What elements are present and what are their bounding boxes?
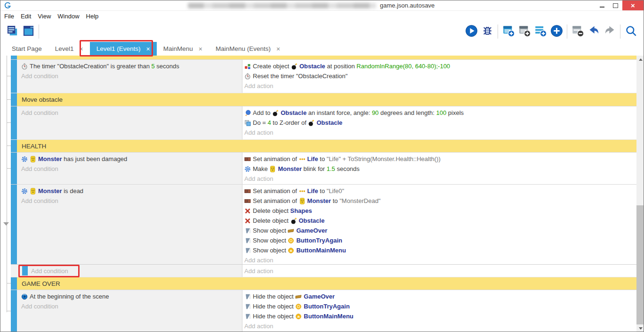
redo-button[interactable] xyxy=(602,24,618,40)
comment-row[interactable]: Move obstacle xyxy=(11,93,636,106)
action-item[interactable]: Hide the object ButtonTryAgain xyxy=(244,301,635,311)
tab-close-icon[interactable]: × xyxy=(146,45,150,53)
tab-mainmenu-events-[interactable]: MainMenu (Events)× xyxy=(209,42,287,56)
text-fragment: Show object xyxy=(253,247,288,254)
add-event-button[interactable] xyxy=(500,24,516,40)
menu-help[interactable]: Help xyxy=(86,12,103,21)
tab-label: Start Page xyxy=(12,45,42,52)
tab-level1[interactable]: Level1× xyxy=(48,42,90,56)
tab-close-icon[interactable]: × xyxy=(80,45,83,53)
behavior-icon xyxy=(21,156,28,162)
scroll-up-arrow[interactable] xyxy=(636,56,644,64)
close-button[interactable]: × xyxy=(622,0,644,10)
tab-bar: Start PageLevel1×Level1 (Events)×MainMen… xyxy=(0,42,644,56)
action-item[interactable]: Delete object Obstacle xyxy=(244,216,635,226)
scroll-down-arrow[interactable] xyxy=(636,324,644,332)
condition-item[interactable]: Monster is dead xyxy=(21,186,240,196)
add-action-placeholder[interactable]: Add action xyxy=(244,255,635,265)
tab-start-page[interactable]: Start Page xyxy=(5,42,48,56)
comment-row-partial[interactable] xyxy=(11,56,636,59)
tab-close-icon[interactable]: × xyxy=(199,45,202,53)
object-link: Obstacle xyxy=(281,109,306,116)
event-row[interactable]: The timer "ObstacleCreation" is greater … xyxy=(11,59,636,93)
action-item[interactable]: Set animation of Life to "Life0" xyxy=(244,186,635,196)
object-link: Life xyxy=(307,187,318,194)
project-manager-icon xyxy=(6,24,19,39)
scrollbar-thumb[interactable] xyxy=(636,205,644,324)
search-button[interactable] xyxy=(623,24,639,40)
object-link: Monster xyxy=(307,197,331,204)
add-condition-placeholder[interactable]: Add condition xyxy=(21,71,240,81)
toolbar-separator xyxy=(498,24,498,39)
comment-row[interactable]: HEALTH xyxy=(11,139,636,152)
undo-button[interactable] xyxy=(586,24,602,40)
text-fragment: an instant force, angle: xyxy=(306,109,372,116)
menu-view[interactable]: View xyxy=(38,12,55,21)
condition-item[interactable]: At the beginning of the scene xyxy=(21,292,240,301)
debug-button[interactable] xyxy=(479,24,495,40)
action-item[interactable]: Hide the object ButtonMainMenu xyxy=(244,311,635,321)
add-action-placeholder[interactable]: Add action xyxy=(244,174,635,184)
text-fragment: Add to xyxy=(253,109,272,116)
action-item[interactable]: Show object GameOver xyxy=(244,226,635,235)
obstacle-icon xyxy=(272,110,279,116)
add-condition-placeholder[interactable]: Add condition xyxy=(21,108,240,118)
menu-file[interactable]: File xyxy=(4,12,18,21)
action-item[interactable]: Hide the object GameOver xyxy=(244,292,635,301)
object-link: ButtonMainMenu xyxy=(304,313,353,320)
add-action-placeholder[interactable]: Add action xyxy=(244,266,635,276)
event-row[interactable]: Monster is deadAdd conditionSet animatio… xyxy=(11,184,636,264)
minimize-button[interactable] xyxy=(595,0,609,10)
event-row[interactable]: At the beginning of the sceneAdd conditi… xyxy=(11,290,636,332)
add-condition-placeholder[interactable]: Add condition xyxy=(21,164,240,174)
obstacle-icon xyxy=(291,63,298,70)
tab-level1-events-[interactable]: Level1 (Events)× xyxy=(90,42,157,56)
action-item[interactable]: Delete object Shapes xyxy=(244,206,635,216)
add-subevent-button[interactable] xyxy=(516,24,532,40)
action-item[interactable]: Make Monster blink for 1.5 seconds xyxy=(244,164,635,174)
add-action-placeholder[interactable]: Add action xyxy=(244,321,635,331)
condition-item[interactable]: The timer "ObstacleCreation" is greater … xyxy=(21,61,240,71)
str-fragment: "Life" + ToString(Monster.Health::Health… xyxy=(327,155,441,162)
add-action-placeholder[interactable]: Add action xyxy=(244,128,635,138)
maximize-button[interactable] xyxy=(609,0,622,10)
event-row[interactable]: Add conditionAdd to Obstacle an instant … xyxy=(11,106,636,139)
action-item[interactable]: Reset the timer "ObstacleCreation" xyxy=(244,71,635,81)
comment-row[interactable]: GAME OVER xyxy=(11,277,636,290)
event-handle-bar xyxy=(11,290,17,332)
action-item[interactable]: Add to Obstacle an instant force, angle:… xyxy=(244,108,635,118)
action-item[interactable]: Create object Obstacle at position Rando… xyxy=(244,61,635,71)
add-condition-placeholder[interactable]: Add condition xyxy=(31,266,68,276)
tab-mainmenu[interactable]: MainMenu× xyxy=(157,42,209,56)
conditions-cell: At the beginning of the sceneAdd conditi… xyxy=(17,290,242,332)
action-item[interactable]: Set animation of Monster to "MonsterDead… xyxy=(244,196,635,206)
timer-icon xyxy=(21,63,28,70)
vertical-scrollbar[interactable] xyxy=(636,56,644,332)
run-preview-button[interactable] xyxy=(463,24,479,40)
action-item[interactable]: Set animation of Life to "Life" + ToStri… xyxy=(244,154,635,164)
add-action-placeholder[interactable]: Add action xyxy=(244,81,635,91)
condition-item[interactable]: Monster has just been damaged xyxy=(21,154,240,164)
action-item[interactable]: Show object ButtonTryAgain xyxy=(244,235,635,245)
object-link: Monster xyxy=(38,187,62,194)
text-fragment: to xyxy=(318,155,327,162)
add-comment-button[interactable] xyxy=(532,24,548,40)
project-manager-button[interactable] xyxy=(4,24,20,40)
scene-editor-button[interactable] xyxy=(20,24,36,40)
remove-event-button[interactable] xyxy=(570,24,586,40)
add-element-button[interactable] xyxy=(548,24,564,40)
event-row[interactable]: Monster has just been damagedAdd conditi… xyxy=(11,152,636,184)
monster-icon xyxy=(299,198,306,204)
monster-icon xyxy=(269,166,276,172)
action-item[interactable]: Show object ButtonMainMenu xyxy=(244,245,635,255)
menu-edit[interactable]: Edit xyxy=(21,12,35,21)
tab-label: Level1 xyxy=(55,45,74,52)
add-condition-placeholder[interactable]: Add condition xyxy=(21,301,240,311)
visibility-icon xyxy=(244,303,251,310)
subevent-row[interactable]: Add conditionAdd action xyxy=(11,264,636,277)
action-item[interactable]: Do = 4 to Z-order of Obstacle xyxy=(244,118,635,128)
add-condition-placeholder[interactable]: Add condition xyxy=(21,196,240,206)
menu-window[interactable]: Window xyxy=(57,12,83,21)
tab-close-icon[interactable]: × xyxy=(276,45,280,53)
conditions-cell: Monster is deadAdd condition xyxy=(17,185,242,264)
